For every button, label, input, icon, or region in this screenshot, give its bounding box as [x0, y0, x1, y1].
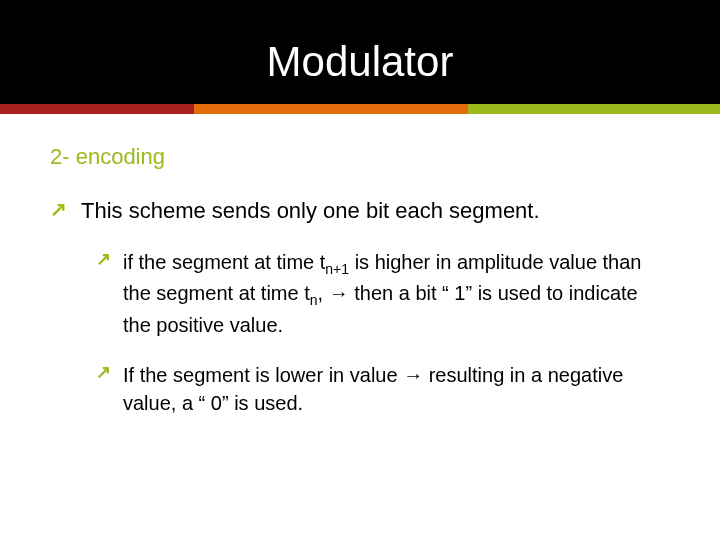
subscript: n	[310, 292, 318, 308]
slide-title: Modulator	[0, 38, 720, 86]
arrow-icon: ↗	[96, 248, 111, 271]
accent-bar-orange	[194, 104, 468, 114]
subscript: n+1	[325, 261, 349, 277]
title-band: Modulator	[0, 0, 720, 104]
accent-bar	[0, 104, 720, 114]
content-area: 2- encoding ↗ This scheme sends only one…	[0, 114, 720, 417]
bullet-text: if the segment at time tn+1 is higher in…	[123, 248, 670, 339]
slide: { "title": "Modulator", "subtitle": "2- …	[0, 0, 720, 540]
bullet-text: If the segment is lower in value → resul…	[123, 361, 670, 417]
arrow-icon: ↗	[50, 196, 67, 222]
accent-bar-red	[0, 104, 194, 114]
bullet-level1: ↗ This scheme sends only one bit each se…	[50, 196, 670, 226]
arrow-icon: ↗	[96, 361, 111, 384]
bullet-level2: ↗ if the segment at time tn+1 is higher …	[50, 248, 670, 339]
accent-bar-green	[468, 104, 720, 114]
bullet-text: This scheme sends only one bit each segm…	[81, 196, 540, 226]
bullet-level2: ↗ If the segment is lower in value → res…	[50, 361, 670, 417]
text-fragment: if the segment at time t	[123, 251, 325, 273]
subtitle: 2- encoding	[50, 144, 670, 170]
